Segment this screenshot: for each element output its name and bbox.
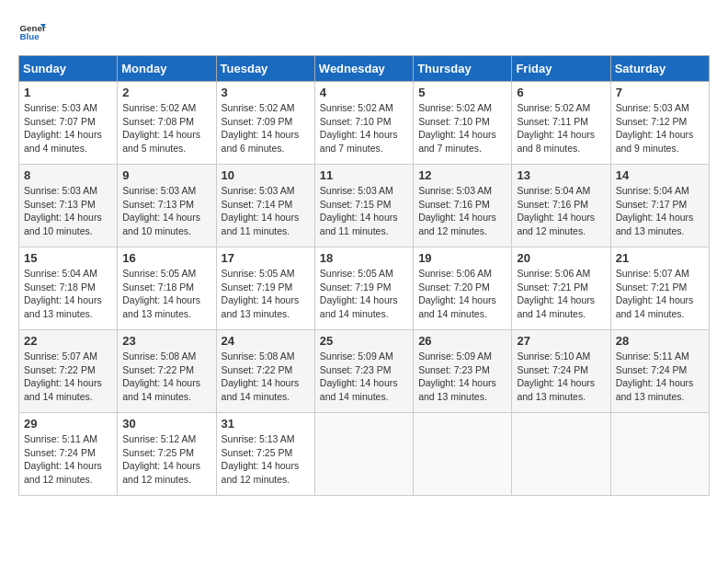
day-number: 10: [222, 168, 310, 182]
sunrise-text: Sunrise: 5:03 AM: [418, 185, 492, 196]
day-info: Sunrise: 5:04 AM Sunset: 7:18 PM Dayligh…: [24, 267, 112, 321]
calendar-cell-26: 26 Sunrise: 5:09 AM Sunset: 7:23 PM Dayl…: [414, 330, 512, 413]
sunrise-text: Sunrise: 5:04 AM: [616, 185, 689, 196]
day-info: Sunrise: 5:03 AM Sunset: 7:13 PM Dayligh…: [122, 184, 210, 238]
daylight-text: Daylight: 14 hours and 12 minutes.: [517, 212, 595, 236]
daylight-text: Daylight: 14 hours and 9 minutes.: [616, 129, 694, 154]
day-number: 8: [24, 168, 112, 182]
daylight-text: Daylight: 14 hours and 13 minutes.: [616, 377, 694, 402]
sunset-text: Sunset: 7:18 PM: [122, 282, 194, 293]
sunset-text: Sunset: 7:11 PM: [517, 116, 588, 127]
sunset-text: Sunset: 7:12 PM: [616, 116, 688, 127]
day-info: Sunrise: 5:05 AM Sunset: 7:19 PM Dayligh…: [320, 267, 408, 321]
sunrise-text: Sunrise: 5:03 AM: [24, 185, 97, 196]
sunrise-text: Sunrise: 5:09 AM: [320, 350, 393, 362]
calendar-cell-empty: [610, 413, 709, 496]
day-info: Sunrise: 5:03 AM Sunset: 7:07 PM Dayligh…: [24, 101, 112, 155]
day-info: Sunrise: 5:02 AM Sunset: 7:10 PM Dayligh…: [320, 101, 408, 155]
day-info: Sunrise: 5:04 AM Sunset: 7:16 PM Dayligh…: [517, 184, 605, 238]
day-number: 20: [517, 251, 605, 265]
calendar-cell-9: 9 Sunrise: 5:03 AM Sunset: 7:13 PM Dayli…: [118, 165, 216, 247]
calendar-week-1: 1 Sunrise: 5:03 AM Sunset: 7:07 PM Dayli…: [19, 82, 710, 165]
sunset-text: Sunset: 7:23 PM: [320, 364, 392, 375]
daylight-text: Daylight: 14 hours and 7 minutes.: [320, 129, 398, 154]
daylight-text: Daylight: 14 hours and 14 minutes.: [24, 377, 102, 402]
sunrise-text: Sunrise: 5:03 AM: [222, 185, 295, 196]
daylight-text: Daylight: 14 hours and 11 minutes.: [320, 212, 398, 236]
day-info: Sunrise: 5:03 AM Sunset: 7:13 PM Dayligh…: [24, 184, 112, 238]
day-info: Sunrise: 5:03 AM Sunset: 7:12 PM Dayligh…: [616, 101, 704, 155]
day-number: 31: [222, 417, 310, 431]
daylight-text: Daylight: 14 hours and 10 minutes.: [24, 212, 102, 236]
sunset-text: Sunset: 7:22 PM: [24, 364, 96, 375]
sunset-text: Sunset: 7:10 PM: [418, 116, 490, 127]
daylight-text: Daylight: 14 hours and 8 minutes.: [517, 129, 595, 154]
calendar-cell-empty: [512, 413, 610, 496]
calendar-cell-25: 25 Sunrise: 5:09 AM Sunset: 7:23 PM Dayl…: [314, 330, 413, 413]
weekday-header-sunday: Sunday: [19, 56, 118, 82]
sunrise-text: Sunrise: 5:05 AM: [320, 268, 393, 279]
daylight-text: Daylight: 14 hours and 13 minutes.: [24, 294, 102, 319]
calendar-cell-12: 12 Sunrise: 5:03 AM Sunset: 7:16 PM Dayl…: [414, 165, 512, 247]
day-number: 2: [122, 86, 210, 99]
calendar-week-3: 15 Sunrise: 5:04 AM Sunset: 7:18 PM Dayl…: [19, 247, 710, 330]
day-info: Sunrise: 5:03 AM Sunset: 7:15 PM Dayligh…: [320, 184, 408, 238]
daylight-text: Daylight: 14 hours and 12 minutes.: [222, 460, 300, 485]
day-info: Sunrise: 5:08 AM Sunset: 7:22 PM Dayligh…: [122, 350, 210, 404]
day-number: 12: [418, 168, 506, 182]
day-number: 13: [517, 168, 605, 182]
weekday-header-wednesday: Wednesday: [314, 56, 413, 82]
day-info: Sunrise: 5:11 AM Sunset: 7:24 PM Dayligh…: [616, 350, 704, 404]
sunrise-text: Sunrise: 5:07 AM: [24, 350, 97, 362]
sunset-text: Sunset: 7:19 PM: [320, 282, 392, 293]
day-number: 1: [24, 86, 112, 99]
sunset-text: Sunset: 7:13 PM: [122, 199, 194, 210]
day-number: 17: [222, 251, 310, 265]
sunrise-text: Sunrise: 5:09 AM: [418, 350, 492, 362]
day-number: 4: [320, 86, 408, 99]
sunset-text: Sunset: 7:17 PM: [616, 199, 688, 210]
daylight-text: Daylight: 14 hours and 12 minutes.: [418, 212, 496, 236]
day-info: Sunrise: 5:03 AM Sunset: 7:14 PM Dayligh…: [222, 184, 310, 238]
day-number: 29: [24, 417, 112, 431]
sunset-text: Sunset: 7:13 PM: [24, 199, 96, 210]
sunrise-text: Sunrise: 5:06 AM: [517, 268, 590, 279]
calendar-table: SundayMondayTuesdayWednesdayThursdayFrid…: [18, 55, 710, 496]
day-number: 22: [24, 334, 112, 348]
sunset-text: Sunset: 7:16 PM: [517, 199, 588, 210]
daylight-text: Daylight: 14 hours and 14 minutes.: [122, 377, 200, 402]
page-header: General Blue: [18, 18, 710, 46]
sunrise-text: Sunrise: 5:11 AM: [616, 350, 689, 362]
calendar-cell-empty: [314, 413, 413, 496]
sunrise-text: Sunrise: 5:04 AM: [24, 268, 97, 279]
daylight-text: Daylight: 14 hours and 14 minutes.: [320, 294, 398, 319]
day-number: 7: [616, 86, 704, 99]
sunset-text: Sunset: 7:23 PM: [418, 364, 490, 375]
sunset-text: Sunset: 7:24 PM: [24, 447, 96, 458]
sunrise-text: Sunrise: 5:02 AM: [418, 102, 492, 113]
day-number: 21: [616, 251, 704, 265]
logo-icon: General Blue: [18, 18, 46, 46]
sunrise-text: Sunrise: 5:10 AM: [517, 350, 590, 362]
weekday-header-friday: Friday: [512, 56, 610, 82]
weekday-header-thursday: Thursday: [414, 56, 512, 82]
daylight-text: Daylight: 14 hours and 13 minutes.: [517, 377, 595, 402]
day-info: Sunrise: 5:11 AM Sunset: 7:24 PM Dayligh…: [24, 432, 112, 487]
sunrise-text: Sunrise: 5:08 AM: [222, 350, 295, 362]
day-number: 25: [320, 334, 408, 348]
day-number: 27: [517, 334, 605, 348]
daylight-text: Daylight: 14 hours and 11 minutes.: [222, 212, 300, 236]
sunrise-text: Sunrise: 5:02 AM: [517, 102, 590, 113]
day-number: 30: [122, 417, 210, 431]
calendar-cell-11: 11 Sunrise: 5:03 AM Sunset: 7:15 PM Dayl…: [314, 165, 413, 247]
daylight-text: Daylight: 14 hours and 12 minutes.: [24, 460, 102, 485]
daylight-text: Daylight: 14 hours and 14 minutes.: [517, 294, 595, 319]
sunrise-text: Sunrise: 5:02 AM: [320, 102, 393, 113]
sunrise-text: Sunrise: 5:03 AM: [24, 102, 97, 113]
calendar-cell-2: 2 Sunrise: 5:02 AM Sunset: 7:08 PM Dayli…: [118, 82, 216, 165]
sunrise-text: Sunrise: 5:08 AM: [122, 350, 196, 362]
calendar-cell-24: 24 Sunrise: 5:08 AM Sunset: 7:22 PM Dayl…: [216, 330, 314, 413]
calendar-cell-21: 21 Sunrise: 5:07 AM Sunset: 7:21 PM Dayl…: [610, 247, 709, 330]
sunset-text: Sunset: 7:08 PM: [122, 116, 194, 127]
day-number: 18: [320, 251, 408, 265]
